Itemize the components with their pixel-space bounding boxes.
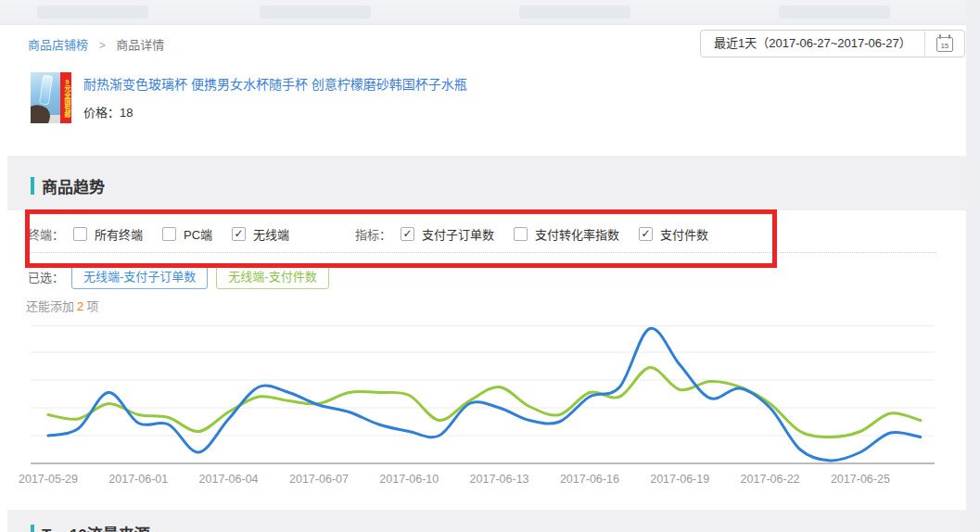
- metric-group-label: 指标：: [355, 225, 391, 243]
- svg-text:2017-06-16: 2017-06-16: [560, 473, 619, 486]
- selected-label: 已选：: [28, 268, 64, 285]
- breadcrumb-link-rank[interactable]: 商品店铺榜: [28, 38, 88, 52]
- promo-badge: 9元全国包邮: [60, 72, 71, 123]
- svg-text:2017-06-13: 2017-06-13: [470, 473, 529, 486]
- date-range-label[interactable]: 最近1天（2017-06-27~2017-06-27）: [701, 31, 924, 57]
- svg-text:2017-06-22: 2017-06-22: [741, 473, 800, 486]
- svg-text:2017-06-04: 2017-06-04: [199, 473, 259, 486]
- checkbox-box[interactable]: [514, 227, 528, 241]
- checkbox-box[interactable]: [73, 227, 87, 241]
- trend-section-title: 商品趋势: [42, 174, 105, 197]
- faded-top-nav: [0, 0, 966, 25]
- checkbox-label: 支付件数: [660, 225, 708, 243]
- checkbox-label: 所有终端: [95, 225, 143, 243]
- checkbox-label: PC端: [184, 225, 212, 243]
- svg-text:2017-06-25: 2017-06-25: [831, 473, 890, 486]
- checkbox-wireless-terminal[interactable]: ✓ 无线端: [232, 225, 289, 243]
- trend-chart-svg[interactable]: 2017-05-292017-06-012017-06-042017-06-07…: [0, 310, 966, 491]
- product-photo: [31, 72, 60, 123]
- breadcrumb-current: 商品详情: [116, 38, 164, 52]
- tag-wireless-suborders[interactable]: 无线端-支付子订单数: [71, 264, 208, 289]
- trend-section-header: 商品趋势: [31, 174, 105, 197]
- checkbox-pay-items[interactable]: ✓ 支付件数: [639, 225, 708, 243]
- svg-text:2017-05-29: 2017-05-29: [19, 473, 78, 486]
- section-gap-band: [7, 156, 966, 210]
- svg-text:2017-06-19: 2017-06-19: [650, 473, 709, 486]
- terminal-group-label: 终端：: [28, 225, 64, 243]
- checkbox-pc-terminal[interactable]: PC端: [162, 225, 212, 243]
- trend-chart[interactable]: 2017-05-292017-06-012017-06-042017-06-07…: [0, 310, 966, 491]
- selected-row: 已选： 无线端-支付子订单数 无线端-支付件数: [28, 264, 337, 289]
- checkbox-label: 支付转化率指数: [535, 225, 619, 243]
- checkbox-box[interactable]: ✓: [232, 227, 246, 241]
- breadcrumb-separator: >: [99, 39, 106, 52]
- breadcrumb: 商品店铺榜 > 商品详情: [28, 35, 164, 53]
- metric-filter-group: 指标： ✓ 支付子订单数 支付转化率指数 ✓ 支付件数: [355, 225, 728, 242]
- checkbox-pay-suborders[interactable]: ✓ 支付子订单数: [401, 225, 494, 243]
- product-price: 价格：18: [83, 103, 133, 120]
- bottom-gap-band: [7, 510, 966, 532]
- ghost-block: [37, 6, 148, 19]
- tag-wireless-items[interactable]: 无线端-支付件数: [216, 264, 328, 289]
- bottom-section-title: Top10流量来源: [42, 522, 150, 532]
- checkbox-all-terminals[interactable]: 所有终端: [73, 225, 143, 243]
- checkbox-pay-conversion-index[interactable]: 支付转化率指数: [514, 225, 619, 243]
- calendar-icon-day: 15: [937, 42, 952, 51]
- ghost-block: [519, 6, 630, 19]
- checkbox-box[interactable]: [162, 227, 176, 241]
- ghost-block: [779, 6, 890, 19]
- ghost-block: [260, 6, 371, 19]
- product-thumbnail[interactable]: 9元全国包邮: [31, 72, 71, 123]
- checkbox-label: 无线端: [253, 225, 289, 243]
- teal-accent-bar: [31, 177, 34, 195]
- checkbox-box[interactable]: ✓: [401, 227, 414, 241]
- product-title-link[interactable]: 耐热渐变色玻璃杯 便携男女水杯随手杯 创意柠檬磨砂韩国杯子水瓶: [83, 74, 732, 93]
- date-range-picker[interactable]: 最近1天（2017-06-27~2017-06-27） 15: [700, 30, 965, 57]
- terminal-filter-group: 终端： 所有终端 PC端 ✓ 无线端: [28, 225, 309, 242]
- svg-text:2017-06-10: 2017-06-10: [379, 473, 439, 486]
- checkbox-label: 支付子订单数: [422, 225, 494, 243]
- checkbox-box[interactable]: ✓: [639, 227, 653, 241]
- calendar-button[interactable]: 15: [924, 31, 964, 57]
- calendar-icon: 15: [936, 37, 953, 52]
- svg-text:2017-06-01: 2017-06-01: [108, 473, 168, 486]
- teal-accent-bar: [31, 525, 34, 532]
- svg-text:2017-06-07: 2017-06-07: [289, 473, 349, 486]
- dotted-divider: [28, 252, 936, 253]
- bottle-shape: [39, 74, 53, 105]
- bottom-section-header: Top10流量来源: [31, 522, 150, 532]
- page: 商品店铺榜 > 商品详情 最近1天（2017-06-27~2017-06-27）…: [0, 0, 980, 532]
- page-right-gutter: [966, 0, 980, 532]
